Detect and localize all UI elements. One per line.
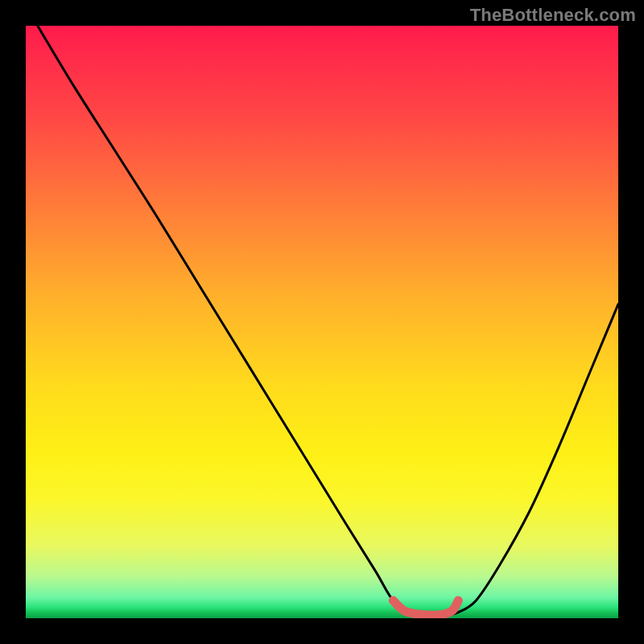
optimal-range-highlight (393, 601, 458, 615)
bottleneck-curve (38, 26, 618, 616)
chart-frame: TheBottleneck.com (0, 0, 644, 644)
curve-layer (26, 26, 618, 618)
plot-area (26, 26, 618, 618)
watermark-text: TheBottleneck.com (470, 5, 636, 26)
